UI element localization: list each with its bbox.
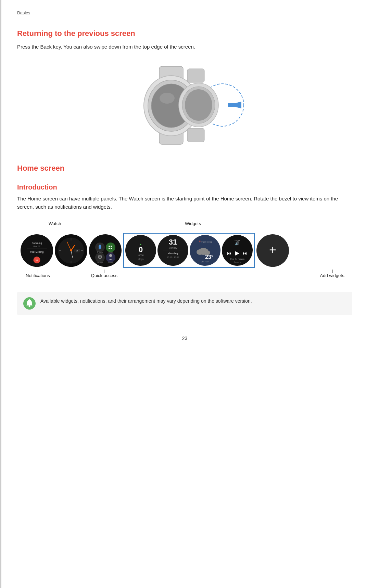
svg-text:Fwd: Meeting: Fwd: Meeting <box>30 251 43 253</box>
svg-text:Over the Horizon: Over the Horizon <box>230 258 244 260</box>
svg-text:15:00 - 16:00: 15:00 - 16:00 <box>167 256 179 258</box>
returning-title: Returning to the previous screen <box>17 29 352 38</box>
widgets-box: ♦ 0 /6000 steps 31 Monday • Meeting 15:0… <box>123 233 255 268</box>
weather-widget: 📍 Ingye-dong 23° 20° / 20° <box>190 235 220 266</box>
label-quick-access: Quick access <box>91 273 117 278</box>
svg-text:0: 0 <box>139 245 143 254</box>
svg-point-50 <box>109 254 112 257</box>
svg-point-35 <box>99 245 101 249</box>
home-intro-body: The Home screen can have multiple panels… <box>17 195 352 211</box>
label-notifications: Notifications <box>26 273 50 278</box>
svg-text:Settings: Settings <box>97 261 103 263</box>
note-icon <box>23 297 36 310</box>
svg-text:22: 22 <box>35 259 38 262</box>
header-text: Basics <box>17 10 30 15</box>
page-number: 23 <box>17 336 352 348</box>
add-widget: + <box>256 234 289 267</box>
music-widget: 🔊 09:04 ⏮ ▶ ⏭ Over the Horizon Samsung <box>222 235 253 266</box>
svg-text:Monday: Monday <box>169 247 177 249</box>
svg-point-43 <box>111 248 112 249</box>
svg-text:Buddy: Buddy <box>108 261 113 263</box>
svg-point-33 <box>89 234 122 267</box>
svg-text:• Meeting: • Meeting <box>168 252 178 255</box>
svg-text:25: 25 <box>76 250 78 252</box>
note-text: Available widgets, notifications, and th… <box>40 297 252 305</box>
svg-rect-82 <box>29 299 30 300</box>
svg-text:09:04: 09:04 <box>235 239 240 241</box>
svg-text:🔊: 🔊 <box>235 241 240 246</box>
svg-text:Samsung: Samsung <box>234 261 241 263</box>
svg-text:▶: ▶ <box>235 250 240 256</box>
note-box: Available widgets, notifications, and th… <box>17 292 352 315</box>
svg-text:+: + <box>269 243 276 257</box>
svg-point-9 <box>185 89 212 121</box>
svg-point-41 <box>111 246 112 247</box>
svg-point-81 <box>29 305 30 307</box>
section-returning: Returning to the previous screen Press t… <box>17 29 352 150</box>
svg-point-30 <box>70 250 72 251</box>
watch-back-svg <box>106 61 264 150</box>
label-watch: Watch <box>49 221 61 226</box>
svg-text:📍 Ingye-dong: 📍 Ingye-dong <box>199 240 212 243</box>
svg-point-66 <box>197 249 203 255</box>
svg-text:⏭: ⏭ <box>243 250 248 256</box>
svg-point-42 <box>109 248 110 249</box>
svg-rect-11 <box>187 128 204 142</box>
svg-text:steps: steps <box>138 258 144 261</box>
steps-widget: ♦ 0 /6000 steps <box>125 235 156 266</box>
watch-back-illustration <box>17 61 352 150</box>
svg-text:Samsung: Samsung <box>32 242 42 245</box>
svg-text:⏮: ⏮ <box>227 250 232 256</box>
introduction-subtitle: Introduction <box>17 183 352 191</box>
clock-watch: 25 <box>55 234 87 267</box>
quick-access-watch: S Voice Apps Settings <box>89 234 122 267</box>
svg-text:/6000: /6000 <box>138 254 144 257</box>
page-border <box>0 0 1 588</box>
svg-text:20° / 20°: 20° / 20° <box>201 261 209 263</box>
svg-point-40 <box>109 246 110 247</box>
notification-watch: Samsung Gear S2 Fwd: Meeting 22 <box>21 234 53 267</box>
svg-point-47 <box>99 256 101 258</box>
svg-text:Gear S2: Gear S2 <box>33 245 40 247</box>
svg-text:31: 31 <box>169 238 177 246</box>
returning-body: Press the Back key. You can also swipe d… <box>17 43 352 51</box>
svg-rect-13 <box>228 103 238 107</box>
section-home-screen: Home screen Introduction The Home screen… <box>17 164 352 315</box>
label-widgets: Widgets <box>185 221 201 226</box>
home-screen-title: Home screen <box>17 164 352 173</box>
svg-point-5 <box>160 93 175 104</box>
page-header: Basics <box>17 7 352 15</box>
home-screen-diagram: Watch Widgets Samsung Gear S2 <box>17 218 352 282</box>
svg-point-39 <box>106 243 115 252</box>
svg-rect-10 <box>187 69 204 82</box>
svg-text:23°: 23° <box>205 254 213 260</box>
calendar-widget: 31 Monday • Meeting 15:00 - 16:00 <box>157 235 188 266</box>
label-add-widgets: Add widgets. <box>320 273 345 278</box>
